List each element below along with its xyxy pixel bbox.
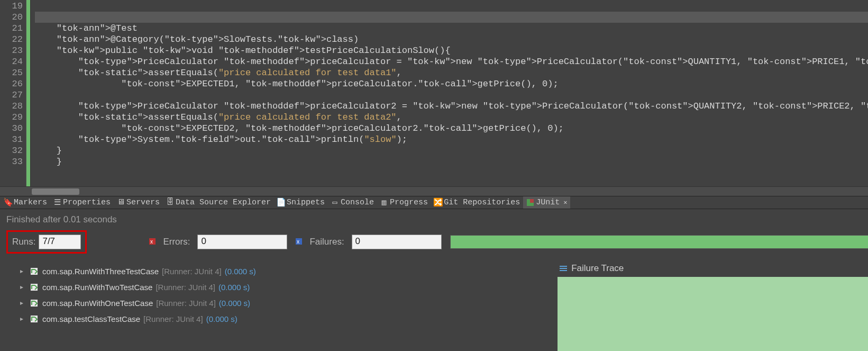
twisty-icon[interactable]: ▸ [18,267,25,275]
junit-icon [526,199,534,206]
markers-icon: 🔖 [4,199,12,206]
junit-status: Finished after 0.01 seconds [6,214,868,225]
runs-highlight-box: Runs: 7/7 [6,230,87,254]
test-pass-icon [29,267,39,275]
views-tabbar[interactable]: 🔖Markers ☰Properties 🖥Servers 🗄Data Sour… [0,196,868,209]
failure-trace-icon [560,265,567,272]
junit-result-row[interactable]: ▸com.sap.RunWithThreeTestCase [Runner: J… [6,263,553,279]
tab-junit[interactable]: JUnit✕ [523,196,570,209]
code-editor[interactable]: 192021222324252627282930313233 "tok-ann"… [0,0,868,186]
tab-properties[interactable]: ☰Properties [50,196,114,209]
failures-label: Failures: [309,237,344,247]
junit-result-row[interactable]: ▸com.sap.RunWithOneTestCase [Runner: JUn… [6,295,553,311]
test-runner: [Runner: JUnit 4] [156,299,216,308]
svg-text:x: x [297,239,299,245]
line-number-gutter: 192021222324252627282930313233 [0,0,26,186]
failure-trace-panel: Failure Trace [558,263,868,351]
test-pass-icon [29,299,39,307]
failure-trace-label: Failure Trace [571,263,624,274]
properties-icon: ☰ [53,199,61,206]
tab-servers[interactable]: 🖥Servers [114,196,163,209]
test-time: (0.000 s) [218,283,250,292]
failure-icon: x [296,238,303,246]
code-area[interactable]: "tok-ann">@Test "tok-ann">@Category("tok… [31,0,868,186]
error-icon: x [149,238,157,246]
junit-result-row[interactable]: ▸com.sap.RunWithTwoTestCase [Runner: JUn… [6,279,553,295]
coverage-bar [26,0,31,186]
svg-rect-41 [530,199,534,203]
tab-progress[interactable]: ▥Progress [377,196,431,209]
test-pass-icon [29,283,39,291]
twisty-icon[interactable]: ▸ [18,315,25,322]
tab-dse[interactable]: 🗄Data Source Explorer [163,196,274,209]
tab-console[interactable]: ▭Console [328,196,377,209]
git-icon: 🔀 [434,199,442,206]
tab-git[interactable]: 🔀Git Repositories [431,196,523,209]
test-name: com.sap.RunWithThreeTestCase [42,267,159,276]
database-icon: 🗄 [166,199,173,206]
junit-counters: Runs: 7/7 x Errors: 0 x Failures: 0 [6,230,868,254]
tab-snippets[interactable]: 📄Snippets [274,196,328,209]
errors-label: Errors: [163,237,190,247]
horizontal-scrollbar[interactable] [0,186,868,196]
failure-trace-body[interactable] [558,277,868,351]
errors-value: 0 [197,235,287,249]
runs-value: 7/7 [39,235,81,249]
test-runner: [Runner: JUnit 4] [143,314,203,323]
test-time: (0.000 s) [206,314,237,323]
main-area: 192021222324252627282930313233 "tok-ann"… [0,0,868,351]
test-time: (0.000 s) [225,267,256,276]
runs-label: Runs: [12,237,35,247]
test-name: com.sap.RunWithOneTestCase [42,299,153,308]
test-time: (0.000 s) [219,299,250,308]
failures-value: 0 [352,235,442,249]
console-icon: ▭ [331,199,339,206]
junit-progress-bar [450,235,868,249]
progress-icon: ▥ [380,199,388,206]
scrollbar-thumb[interactable] [32,188,79,195]
servers-icon: 🖥 [117,199,124,206]
twisty-icon[interactable]: ▸ [18,299,25,307]
test-name: com.sap.RunWithTwoTestCase [42,283,152,292]
junit-view: Finished after 0.01 seconds Runs: 7/7 x … [0,209,868,351]
junit-results-tree[interactable]: ▸com.sap.RunWithThreeTestCase [Runner: J… [6,263,553,351]
twisty-icon[interactable]: ▸ [18,283,25,291]
test-pass-icon [29,315,39,323]
close-icon[interactable]: ✕ [563,199,567,206]
svg-text:x: x [150,239,153,245]
tab-markers[interactable]: 🔖Markers [1,196,50,209]
junit-result-row[interactable]: ▸com.sap.testClassTestCase [Runner: JUni… [6,311,553,327]
test-runner: [Runner: JUnit 4] [162,267,222,276]
snippets-icon: 📄 [277,199,285,206]
test-runner: [Runner: JUnit 4] [156,283,215,292]
test-name: com.sap.testClassTestCase [42,314,140,323]
